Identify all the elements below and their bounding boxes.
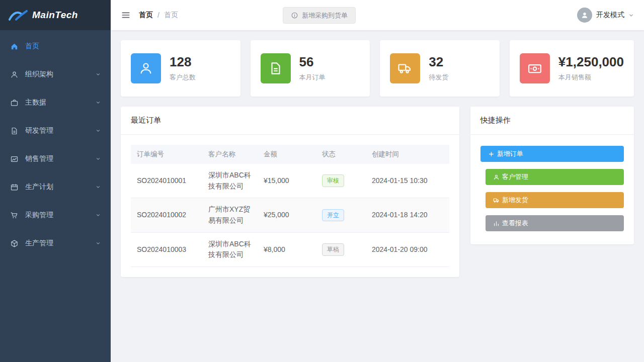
logo[interactable]: MainTech: [0, 0, 111, 30]
status-cell: 草稿: [316, 232, 366, 266]
money-icon: [520, 53, 550, 83]
column-header-order-no: 订单编号: [131, 145, 202, 164]
table-row: SO2024010001 深圳市ABC科技有限公司 ¥15,000 审核 202…: [131, 164, 449, 198]
top-header: 首页 / 首页 新增采购到货单 开发模式: [111, 0, 644, 30]
amount-cell: ¥25,000: [258, 198, 316, 232]
status-cell: 开立: [316, 198, 366, 232]
sidebar-item-sales-management[interactable]: 销售管理: [0, 145, 111, 173]
stat-label: 客户总数: [170, 73, 196, 82]
status-cell: 审核: [316, 164, 366, 198]
sidebar-item-rd-management[interactable]: 研发管理: [0, 117, 111, 145]
chevron-down-icon: [96, 213, 101, 218]
stat-value: 128: [170, 55, 196, 70]
user-icon: [10, 70, 19, 79]
orders-table: 订单编号 客户名称 金额 状态 创建时间 SO2024010001: [131, 145, 449, 267]
chevron-down-icon: [628, 13, 634, 18]
breadcrumb-home[interactable]: 首页: [139, 11, 153, 20]
stat-value: ¥1,250,000: [558, 55, 624, 70]
quick-actions-panel: 快捷操作 新增订单 客户管理: [470, 107, 634, 244]
chevron-down-icon: [96, 241, 101, 246]
chevron-down-icon: [96, 128, 101, 133]
chevron-down-icon: [96, 72, 101, 77]
stat-value: 56: [299, 55, 326, 70]
customer-management-button[interactable]: 客户管理: [486, 169, 624, 185]
sidebar-item-production-plan[interactable]: 生产计划: [0, 173, 111, 201]
stat-card-orders: 56 本月订单: [251, 40, 370, 97]
truck-icon: [390, 53, 420, 83]
sidebar-item-label: 研发管理: [25, 126, 53, 135]
cart-icon: [10, 211, 19, 220]
sidebar-item-label: 生产管理: [25, 239, 53, 248]
created-cell: 2024-01-20 09:00: [366, 232, 449, 266]
amount-cell: ¥15,000: [258, 164, 316, 198]
sidebar-item-organization[interactable]: 组织架构: [0, 60, 111, 88]
view-reports-button[interactable]: 查看报表: [486, 215, 624, 231]
order-no-cell: SO2024010003: [131, 232, 202, 266]
hamburger-icon[interactable]: [121, 10, 131, 20]
user-icon: [131, 53, 161, 83]
quick-button-label: 客户管理: [502, 172, 528, 182]
stat-card-pending-shipments: 32 待发货: [380, 40, 500, 97]
breadcrumb: 首页 / 首页: [139, 11, 178, 20]
quick-button-label: 新增发货: [502, 196, 528, 205]
customer-cell: 深圳市ABC科技有限公司: [202, 232, 258, 266]
truck-icon: [493, 197, 500, 204]
table-row: SO2024010002 广州市XYZ贸易有限公司 ¥25,000 开立 202…: [131, 198, 449, 232]
panel-title: 快捷操作: [470, 107, 634, 135]
quick-button-label: 查看报表: [502, 219, 528, 228]
document-icon: [261, 53, 291, 83]
breadcrumb-current: 首页: [164, 11, 178, 20]
sidebar-item-manufacturing-management[interactable]: 生产管理: [0, 229, 111, 257]
user-icon: [493, 174, 500, 180]
column-header-amount: 金额: [258, 145, 316, 164]
panel-title: 最近订单: [121, 107, 459, 135]
chart-icon: [10, 155, 19, 163]
new-purchase-receipt-button[interactable]: 新增采购到货单: [283, 7, 356, 24]
chevron-down-icon: [96, 156, 101, 161]
column-header-customer: 客户名称: [202, 145, 258, 164]
report-icon: [493, 220, 500, 227]
status-badge: 审核: [322, 174, 344, 187]
sidebar: MainTech 首页 组织架构: [0, 0, 111, 362]
amount-cell: ¥8,000: [258, 232, 316, 266]
stat-label: 本月订单: [299, 73, 326, 82]
order-no-cell: SO2024010002: [131, 198, 202, 232]
panels-row: 最近订单 订单编号 客户名称 金额 状态 创建时间: [121, 107, 634, 277]
info-icon: [291, 12, 298, 19]
sidebar-item-label: 首页: [25, 42, 39, 51]
sidebar-item-label: 组织架构: [25, 70, 53, 79]
main-area: 首页 / 首页 新增采购到货单 开发模式: [111, 0, 644, 362]
customer-cell: 深圳市ABC科技有限公司: [202, 164, 258, 198]
sidebar-nav: 首页 组织架构 主数据: [0, 30, 111, 257]
sidebar-item-master-data[interactable]: 主数据: [0, 88, 111, 117]
user-menu[interactable]: 开发模式: [577, 8, 634, 23]
briefcase-icon: [10, 99, 19, 107]
breadcrumb-separator: /: [157, 11, 159, 19]
logo-swoosh-icon: [8, 9, 28, 22]
created-cell: 2024-01-15 10:30: [366, 164, 449, 198]
quick-button-label: 新增订单: [497, 149, 523, 158]
chevron-down-icon: [96, 185, 101, 190]
stat-card-monthly-sales: ¥1,250,000 本月销售额: [510, 40, 634, 97]
new-order-button[interactable]: 新增订单: [480, 146, 624, 162]
document-icon: [10, 127, 19, 135]
calendar-icon: [10, 183, 19, 192]
page-content: 128 客户总数 56 本月订单: [111, 30, 644, 362]
home-icon: [10, 42, 19, 51]
plus-icon: [488, 151, 495, 157]
status-badge: 开立: [322, 209, 344, 222]
new-shipment-button[interactable]: 新增发货: [486, 192, 624, 208]
box-icon: [10, 239, 19, 248]
header-action-label: 新增采购到货单: [302, 11, 348, 20]
sidebar-item-home[interactable]: 首页: [0, 32, 111, 60]
logo-text: MainTech: [32, 10, 78, 21]
sidebar-item-label: 生产计划: [25, 183, 53, 192]
column-header-created: 创建时间: [366, 145, 449, 164]
sidebar-item-purchase-management[interactable]: 采购管理: [0, 201, 111, 229]
sidebar-item-label: 主数据: [25, 98, 46, 107]
table-row: SO2024010003 深圳市ABC科技有限公司 ¥8,000 草稿 2024…: [131, 232, 449, 266]
user-mode-label: 开发模式: [596, 11, 624, 20]
stat-card-customers: 128 客户总数: [121, 40, 240, 97]
stat-label: 待发货: [429, 73, 448, 82]
recent-orders-panel: 最近订单 订单编号 客户名称 金额 状态 创建时间: [121, 107, 459, 277]
